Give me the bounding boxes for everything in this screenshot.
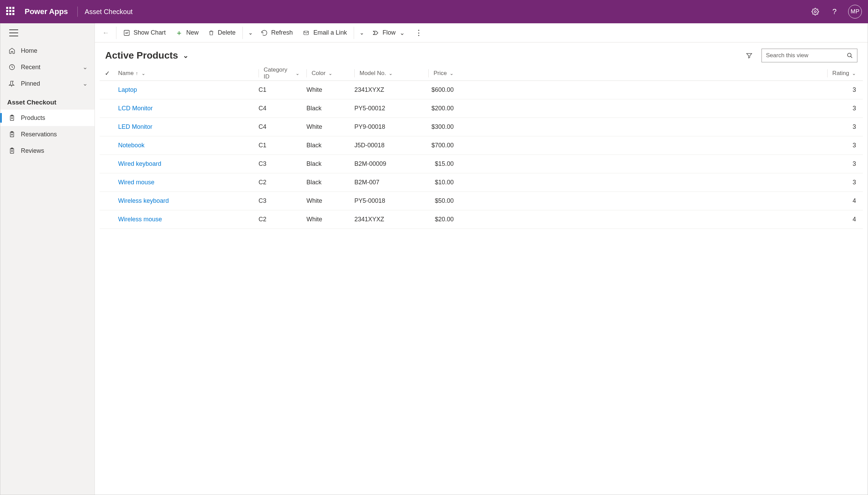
command-label: Flow (382, 29, 395, 36)
table-row[interactable]: Wireless keyboardC3WhitePY5-00018$50.004 (100, 192, 863, 210)
flow-button[interactable]: Flow ⌄ (367, 23, 410, 42)
sidebar-item-recent[interactable]: Recent ⌄ (0, 59, 95, 75)
row-rating: 3 (457, 86, 863, 94)
command-label: Show Chart (134, 29, 166, 36)
row-name-link[interactable]: Wired mouse (118, 179, 154, 186)
delete-button[interactable]: Delete (203, 23, 240, 42)
chevron-down-icon: ⌄ (83, 63, 88, 71)
sidebar-item-pinned[interactable]: Pinned ⌄ (0, 75, 95, 92)
column-dropdown[interactable]: ⌄ (295, 71, 300, 76)
question-icon: ? (832, 7, 836, 16)
select-all-checkbox[interactable]: ✓ (100, 70, 115, 77)
show-chart-button[interactable]: Show Chart (118, 23, 171, 42)
row-price: $20.00 (406, 216, 457, 223)
row-name-link[interactable]: Wired keyboard (118, 160, 161, 168)
column-dropdown[interactable]: ⌄ (328, 71, 332, 76)
more-vertical-icon: ⋮ (415, 28, 423, 37)
row-category: C3 (255, 197, 303, 205)
arrow-left-icon: ← (102, 29, 109, 37)
column-header-category[interactable]: Category ID (264, 66, 293, 80)
command-bar: ← Show Chart ＋ New Delete ⌄ (95, 23, 868, 42)
row-name-link[interactable]: LED Monitor (118, 123, 152, 131)
refresh-icon (261, 29, 268, 36)
main-content: ← Show Chart ＋ New Delete ⌄ (95, 23, 868, 495)
row-model: PY5-00018 (351, 197, 406, 205)
svg-rect-12 (304, 31, 309, 35)
chevron-down-icon: ⌄ (400, 29, 405, 37)
row-model: 2341XYXZ (351, 86, 406, 94)
email-dropdown[interactable]: ⌄ (356, 29, 367, 36)
table-row[interactable]: LED MonitorC4WhitePY9-00018$300.003 (100, 118, 863, 136)
row-rating: 4 (457, 197, 863, 205)
search-box[interactable] (762, 49, 857, 62)
filter-button[interactable] (742, 49, 756, 62)
table-row[interactable]: NotebookC1BlackJ5D-00018$700.003 (100, 136, 863, 155)
sidebar-item-label: Home (21, 47, 37, 54)
row-name-link[interactable]: Laptop (118, 86, 137, 94)
search-input[interactable] (766, 52, 847, 59)
row-price: $50.00 (406, 197, 457, 205)
row-rating: 3 (457, 105, 863, 112)
hamburger-icon[interactable] (9, 29, 18, 36)
sidebar-item-home[interactable]: Home (0, 42, 95, 59)
row-category: C1 (255, 86, 303, 94)
sidebar-section-title: Asset Checkout (0, 92, 95, 110)
column-header-rating[interactable]: Rating (832, 70, 849, 77)
row-model: 2341XYXZ (351, 216, 406, 223)
row-price: $600.00 (406, 86, 457, 94)
row-price: $15.00 (406, 160, 457, 168)
table-row[interactable]: LaptopC1White2341XYXZ$600.003 (100, 81, 863, 99)
sidebar-item-label: Reviews (21, 147, 44, 154)
table-row[interactable]: Wired keyboardC3BlackB2M-00009$15.003 (100, 155, 863, 173)
row-color: White (303, 123, 351, 131)
column-label: Color (312, 70, 326, 77)
column-header-price[interactable]: Price (433, 70, 447, 77)
row-category: C3 (255, 160, 303, 168)
help-button[interactable]: ? (828, 5, 841, 18)
column-dropdown[interactable]: ⌄ (141, 71, 146, 76)
row-color: Black (303, 142, 351, 149)
settings-button[interactable] (808, 5, 822, 18)
chevron-down-icon: ⌄ (360, 30, 364, 36)
user-avatar[interactable]: MP (848, 5, 862, 18)
view-header: Active Products ⌄ (95, 42, 868, 66)
row-rating: 3 (457, 123, 863, 131)
row-name-link[interactable]: Wireless mouse (118, 216, 162, 223)
column-dropdown[interactable]: ⌄ (389, 71, 393, 76)
refresh-button[interactable]: Refresh (256, 23, 298, 42)
table-row[interactable]: Wireless mouseC2White2341XYXZ$20.004 (100, 210, 863, 229)
delete-dropdown[interactable]: ⌄ (245, 29, 256, 36)
row-name-link[interactable]: LCD Monitor (118, 105, 153, 112)
row-category: C4 (255, 105, 303, 112)
back-button[interactable]: ← (98, 29, 114, 37)
column-header-model[interactable]: Model No. (360, 70, 386, 77)
sidebar-item-products[interactable]: Products (0, 110, 95, 126)
row-rating: 3 (457, 160, 863, 168)
grid-header: ✓ Name ↑ ⌄ Category ID ⌄ (100, 66, 863, 81)
row-name-link[interactable]: Wireless keyboard (118, 197, 169, 205)
clipboard-icon (8, 147, 16, 154)
waffle-icon[interactable] (6, 7, 16, 16)
sidebar-item-label: Reservations (21, 131, 57, 138)
sidebar-item-label: Products (21, 114, 45, 122)
sidebar-item-reservations[interactable]: Reservations (0, 126, 95, 143)
column-header-color[interactable]: Color (312, 70, 326, 77)
avatar-initials: MP (851, 8, 859, 15)
divider (242, 27, 243, 39)
more-button[interactable]: ⋮ (410, 28, 428, 37)
new-button[interactable]: ＋ New (171, 23, 203, 42)
column-header-name[interactable]: Name ↑ (118, 70, 138, 77)
table-row[interactable]: LCD MonitorC4BlackPY5-00012$200.003 (100, 99, 863, 118)
sidebar-item-reviews[interactable]: Reviews (0, 143, 95, 159)
row-category: C2 (255, 179, 303, 186)
column-dropdown[interactable]: ⌄ (852, 71, 856, 76)
view-title-label: Active Products (105, 50, 178, 61)
column-dropdown[interactable]: ⌄ (450, 71, 454, 76)
row-price: $300.00 (406, 123, 457, 131)
view-title-dropdown[interactable]: Active Products ⌄ (105, 50, 189, 61)
data-grid: ✓ Name ↑ ⌄ Category ID ⌄ (95, 66, 868, 229)
row-name-link[interactable]: Notebook (118, 142, 144, 149)
email-link-button[interactable]: Email a Link (298, 23, 352, 42)
table-row[interactable]: Wired mouseC2BlackB2M-007$10.003 (100, 173, 863, 192)
app-header: Power Apps Asset Checkout ? MP (0, 0, 868, 23)
